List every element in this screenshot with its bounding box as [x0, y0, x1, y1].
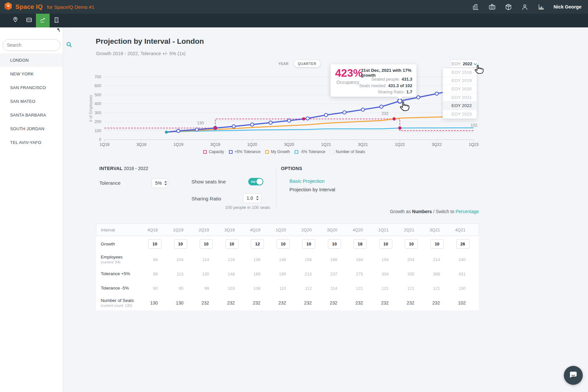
- table-cell-value: 156: [305, 257, 312, 262]
- sidebar-item-new-york[interactable]: NEW YORK: [0, 67, 63, 81]
- toolbar-cards-button[interactable]: [22, 14, 36, 27]
- growth-input-2q19[interactable]: 10: [200, 239, 213, 249]
- growth-input-2q21[interactable]: 10: [405, 239, 418, 249]
- toolbar-forecast-button[interactable]: [36, 14, 50, 27]
- capacity-marker-dot: [399, 127, 401, 130]
- table-cell-value: 103: [228, 286, 235, 291]
- x-tick-label: 1Q22: [395, 142, 405, 147]
- table-cell-value: 121: [433, 286, 440, 291]
- growth-input-3q21[interactable]: 10: [431, 239, 444, 249]
- user-icon[interactable]: [521, 3, 529, 11]
- spinner-down-icon[interactable]: [164, 184, 167, 185]
- table-header-3q19: 3Q19: [222, 224, 248, 236]
- spinner-up-icon[interactable]: [164, 181, 167, 182]
- spaceiq-logo-icon[interactable]: [4, 2, 12, 12]
- projection-chart[interactable]: 01002003004005006007001Q183Q181Q193Q191Q…: [88, 74, 480, 150]
- sidebar-item-south-jordan[interactable]: SOUTH JORDAN: [0, 122, 63, 135]
- page-title: Projection by Interval - London: [96, 37, 204, 46]
- view-toggle-quarter[interactable]: QUARTER: [294, 60, 320, 67]
- sharing-ratio-spinner[interactable]: 1.0: [243, 193, 261, 203]
- sidebar-collapse-arrow[interactable]: [57, 27, 62, 33]
- legend-item--5-tolerance[interactable]: -5% Tolerance: [295, 149, 325, 154]
- data-point-marker: [380, 105, 383, 108]
- sidebar-search: [3, 39, 60, 51]
- growth-switch-middle: / Switch to: [432, 209, 455, 214]
- sidebar-item-london[interactable]: LONDON: [0, 53, 63, 67]
- table-cell-value: 169: [253, 272, 260, 276]
- chat-launcher-button[interactable]: [564, 366, 583, 385]
- legend-item--5-tolerance[interactable]: +5% Tolerance: [229, 149, 261, 154]
- percentage-link[interactable]: Percentage: [455, 209, 479, 214]
- growth-input-3q20[interactable]: 10: [328, 239, 341, 249]
- tolerance-spinner[interactable]: 5%: [152, 178, 168, 188]
- growth-input-4q19[interactable]: 12: [251, 239, 264, 249]
- growth-input-4q21[interactable]: 26: [456, 239, 469, 249]
- view-toggle-year[interactable]: YEAR: [274, 60, 293, 67]
- row-label: Tolerance -5%: [101, 286, 145, 290]
- table-cell-value: 130: [202, 272, 209, 276]
- capacity-annotation: 232: [382, 111, 388, 116]
- growth-input-1q19[interactable]: 10: [174, 239, 187, 249]
- options-heading: OPTIONS: [281, 166, 302, 171]
- toolbar-building-button[interactable]: [50, 14, 63, 27]
- data-point-marker: [435, 92, 438, 95]
- hand-cursor-chart: [399, 100, 411, 113]
- growth-input-1q20[interactable]: 10: [277, 239, 290, 249]
- eoy-button-label: EOY:: [451, 61, 461, 66]
- bar-chart-icon[interactable]: [537, 3, 545, 11]
- show-seats-toggle[interactable]: ON: [248, 178, 263, 185]
- option-basic-projection[interactable]: Basic Projection: [289, 178, 325, 184]
- table-cell-value: 110: [279, 286, 286, 291]
- sidebar-item-san-francisco[interactable]: SAN FRANCISCO: [0, 81, 63, 94]
- eoy-option-eoy-2019[interactable]: EOY 2019: [443, 77, 477, 85]
- sidebar-item-tel-aviv-yafo[interactable]: TEL AVIV-YAFO: [0, 135, 63, 149]
- tooltip-row: Seats needed:431.3 of 102: [331, 83, 412, 88]
- legend-item-my-growth[interactable]: My Growth: [265, 149, 290, 154]
- table-header-2q19: 2Q19: [197, 224, 222, 236]
- tooltip-row: Seated people:431.3: [331, 77, 412, 82]
- map-icon[interactable]: [488, 3, 496, 11]
- brand-name[interactable]: Space IQ: [15, 3, 43, 10]
- x-tick-label: 3Q18: [137, 142, 147, 147]
- user-name[interactable]: Nick George: [554, 4, 581, 9]
- table-cell-value: 304: [382, 272, 389, 276]
- eoy-option-eoy-2020[interactable]: EOY 2020: [443, 85, 477, 93]
- growth-input-1q21[interactable]: 10: [379, 239, 392, 249]
- growth-input-4q18[interactable]: 10: [148, 239, 161, 249]
- table-cell-value: 114: [202, 257, 209, 262]
- table-cell-value: 232: [407, 300, 414, 306]
- legend-item-number-of-seats[interactable]: Number of Seats: [330, 149, 365, 154]
- sidebar-item-san-mateo[interactable]: SAN MATEO: [0, 94, 63, 108]
- sidebar-item-santa-barbara[interactable]: SANTA BARBARA: [0, 108, 63, 122]
- spinner-up-icon[interactable]: [256, 196, 259, 197]
- buildings-icon[interactable]: [472, 3, 480, 11]
- table-cell-value: 431: [459, 272, 466, 276]
- growth-input-4q20[interactable]: 18: [353, 239, 367, 249]
- search-input[interactable]: [7, 42, 66, 48]
- search-icon[interactable]: [66, 41, 72, 49]
- table-cell-value: 335: [407, 272, 415, 276]
- tooltip-row: Sharing Ratio:1.7: [331, 89, 412, 94]
- module-toolbar: [0, 14, 588, 27]
- x-tick-label: 3Q21: [358, 142, 368, 147]
- eoy-option-eoy-2021[interactable]: EOY 2021: [443, 93, 477, 102]
- table-cell-value: 104: [176, 257, 184, 262]
- package-icon[interactable]: [505, 3, 512, 11]
- growth-input-3q19[interactable]: 10: [225, 239, 238, 249]
- growth-switch-prefix: Growth as: [390, 209, 411, 214]
- eoy-option-eoy-2022[interactable]: EOY 2022: [443, 102, 477, 110]
- toolbar-location-button[interactable]: [8, 14, 22, 27]
- x-tick-label: 3Q19: [210, 142, 220, 147]
- legend-item-capacity[interactable]: Capacity: [203, 149, 224, 154]
- table-cell-value: 130: [459, 286, 466, 291]
- eoy-option-eoy-2023[interactable]: EOY 2023: [443, 110, 477, 118]
- table-cell-value: 94: [153, 257, 158, 262]
- table-header-2q21: 2Q21: [402, 224, 428, 236]
- y-tick-label: 500: [94, 93, 101, 97]
- eoy-option-eoy-2018[interactable]: EOY 2018: [443, 68, 477, 77]
- option-projection-by-interval[interactable]: Projection by Interval: [289, 187, 335, 192]
- y-tick-label: 400: [94, 102, 101, 106]
- growth-input-2q20[interactable]: 10: [302, 239, 315, 249]
- eoy-dropdown-menu: EOY 2018EOY 2019EOY 2020EOY 2021EOY 2022…: [443, 68, 477, 119]
- spinner-down-icon[interactable]: [256, 199, 259, 200]
